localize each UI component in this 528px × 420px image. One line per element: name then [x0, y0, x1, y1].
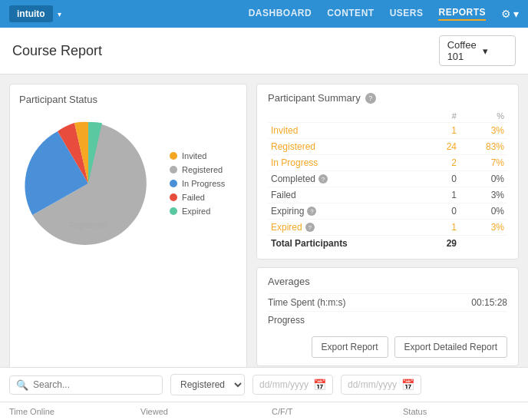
- date-to-text: dd/mm/yyyy: [348, 379, 397, 390]
- date-from-input[interactable]: dd/mm/yyyy 📅: [252, 375, 333, 395]
- search-box[interactable]: 🔍: [9, 375, 163, 395]
- summary-row-pct: 83%: [460, 139, 507, 155]
- summary-table: # % Invited13%Registered2483%In Progress…: [268, 110, 507, 251]
- page-header: Course Report Coffee 101 ▾: [0, 28, 528, 74]
- summary-row: Completed?00%: [268, 171, 507, 187]
- legend-invited: Invited: [170, 151, 225, 160]
- nav-content[interactable]: CONTENT: [327, 8, 375, 20]
- summary-row-pct: 3%: [460, 220, 507, 236]
- row-info-icon[interactable]: ?: [305, 223, 315, 232]
- nav-dashboard[interactable]: DASHBOARD: [249, 8, 312, 20]
- summary-row-label: In Progress: [268, 155, 428, 171]
- legend-registered: Registered: [170, 165, 225, 174]
- summary-row: Invited13%: [268, 123, 507, 139]
- summary-row-count: 0: [428, 203, 460, 220]
- avg-progress-row: Progress: [268, 311, 507, 329]
- search-icon: 🔍: [16, 379, 28, 391]
- summary-row-count: 1: [428, 220, 460, 236]
- export-buttons: Export Report Export Detailed Report: [268, 336, 507, 358]
- summary-row-label: Failed: [268, 187, 428, 203]
- legend-label-invited: Invited: [182, 151, 206, 160]
- summary-row: Registered2483%: [268, 139, 507, 155]
- summary-row-count: 29: [428, 236, 460, 252]
- summary-row-label: Expired?: [268, 220, 428, 236]
- col-viewed: Viewed: [140, 407, 256, 416]
- logo-dropdown-arrow[interactable]: ▾: [58, 10, 61, 18]
- bottom-bar: 🔍 Registered dd/mm/yyyy 📅 dd/mm/yyyy 📅: [0, 367, 528, 402]
- avg-time-label: Time Spent (h:m:s): [268, 297, 346, 308]
- summary-row: Total Participants29: [268, 236, 507, 252]
- nav-users[interactable]: USERS: [390, 8, 424, 20]
- export-detailed-button[interactable]: Export Detailed Report: [394, 336, 507, 358]
- app-logo[interactable]: intuito: [9, 5, 53, 22]
- col-time-online: Time Online: [9, 407, 125, 416]
- summary-row-count: 1: [428, 187, 460, 203]
- col-pct: %: [460, 110, 507, 123]
- date-from-text: dd/mm/yyyy: [259, 379, 309, 390]
- course-selector[interactable]: Coffee 101 ▾: [439, 35, 516, 66]
- legend-dot-registered: [170, 166, 177, 174]
- participant-summary-panel: Participant Summary ? # % Invited13%Regi…: [256, 84, 519, 260]
- summary-row: Failed13%: [268, 187, 507, 203]
- chart-area: Registered Invited Registered In Progres…: [19, 114, 237, 253]
- summary-row: In Progress27%: [268, 155, 507, 171]
- summary-row: Expired?13%: [268, 220, 507, 236]
- participant-status-panel: Participant Status Registered: [9, 84, 247, 372]
- row-info-icon[interactable]: ?: [318, 174, 328, 184]
- chevron-down-icon: ▾: [483, 45, 507, 57]
- legend-label-failed: Failed: [182, 193, 205, 202]
- summary-row-pct: [460, 236, 507, 252]
- summary-row: Expiring?00%: [268, 203, 507, 220]
- nav-links: DASHBOARD CONTENT USERS REPORTS ⚙ ▾: [249, 7, 519, 21]
- export-report-label: Export Report: [322, 342, 378, 352]
- row-info-icon[interactable]: ?: [307, 207, 316, 216]
- legend-label-registered: Registered: [182, 165, 223, 174]
- summary-row-pct: 7%: [460, 155, 507, 171]
- page-title: Course Report: [12, 43, 102, 59]
- legend-dot-inprogress: [170, 180, 177, 187]
- summary-title: Participant Summary: [268, 92, 361, 104]
- top-navigation: intuito ▾ DASHBOARD CONTENT USERS REPORT…: [0, 0, 528, 28]
- col-status: Status: [403, 407, 519, 416]
- summary-row-label: Completed?: [268, 171, 428, 187]
- col-count: #: [428, 110, 460, 123]
- chart-legend: Invited Registered In Progress Failed Ex…: [170, 151, 225, 216]
- avg-time-value: 00:15:28: [471, 297, 507, 308]
- avg-time-row: Time Spent (h:m:s) 00:15:28: [268, 293, 507, 311]
- summary-row-label: Registered: [268, 139, 428, 155]
- gear-icon: ⚙: [501, 8, 511, 20]
- search-input[interactable]: [33, 379, 156, 390]
- pie-center-label: Registered: [70, 221, 107, 230]
- legend-expired: Expired: [170, 207, 225, 216]
- summary-info-icon[interactable]: ?: [365, 93, 376, 104]
- nav-reports[interactable]: REPORTS: [438, 7, 486, 21]
- gear-dropdown-arrow: ▾: [513, 8, 519, 20]
- legend-dot-failed: [170, 193, 177, 201]
- table-header-row: Time Online Viewed C/F/T Status: [0, 402, 528, 420]
- main-content: Participant Status Registered: [0, 74, 528, 382]
- col-label: [268, 110, 428, 123]
- legend-dot-invited: [170, 152, 177, 160]
- summary-row-count: 24: [428, 139, 460, 155]
- course-selector-value: Coffee 101: [447, 39, 477, 62]
- legend-label-expired: Expired: [182, 207, 210, 216]
- summary-row-pct: 0%: [460, 203, 507, 220]
- export-detailed-label: Export Detailed Report: [404, 342, 497, 352]
- averages-title: Averages: [268, 276, 507, 287]
- date-to-input[interactable]: dd/mm/yyyy 📅: [341, 375, 421, 395]
- export-report-button[interactable]: Export Report: [312, 336, 388, 358]
- pie-chart: Registered: [19, 114, 157, 253]
- legend-label-inprogress: In Progress: [182, 179, 225, 188]
- summary-row-count: 2: [428, 155, 460, 171]
- avg-progress-label: Progress: [268, 315, 305, 326]
- status-filter-select[interactable]: Registered: [170, 374, 245, 395]
- summary-row-count: 1: [428, 123, 460, 139]
- pie-chart-svg: [19, 114, 157, 253]
- calendar-to-icon[interactable]: 📅: [401, 379, 414, 391]
- settings-gear[interactable]: ⚙ ▾: [501, 8, 519, 20]
- legend-dot-expired: [170, 207, 177, 215]
- calendar-from-icon[interactable]: 📅: [313, 379, 326, 391]
- participant-status-title: Participant Status: [19, 94, 237, 105]
- summary-row-label: Total Participants: [268, 236, 428, 252]
- summary-header: Participant Summary ?: [268, 92, 507, 104]
